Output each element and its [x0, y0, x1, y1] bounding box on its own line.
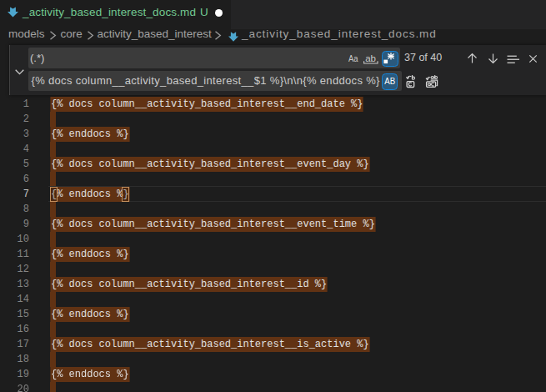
svg-text:ab: ab [365, 53, 376, 63]
